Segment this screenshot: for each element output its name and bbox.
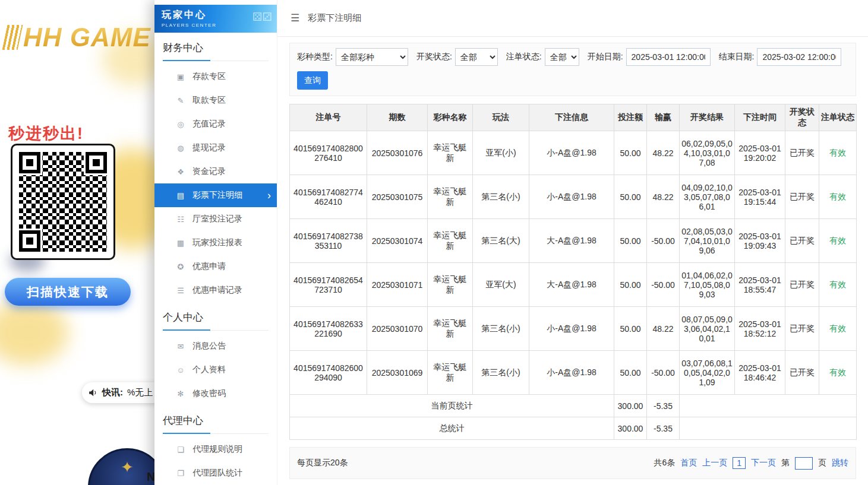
withdraw-record-icon: ◍: [176, 144, 185, 153]
filter-panel: 彩种类型: 全部彩种 开奖状态: 全部 注单状态:: [289, 43, 856, 96]
cell-bet-amount: 50.00: [614, 175, 647, 219]
download-qr-code: [11, 144, 115, 260]
cell-period: 20250301075: [367, 175, 428, 219]
sidebar-item-label: 消息公告: [192, 341, 226, 351]
current-page[interactable]: 1: [733, 457, 746, 469]
header-draw-result: 开奖结果: [680, 104, 735, 131]
page-summary-row: 当前页统计 300.00 -5.35: [290, 395, 857, 417]
sidebar-item[interactable]: ✻ 修改密码 ›: [154, 382, 277, 405]
cell-period: 20250301069: [367, 351, 428, 395]
bet-row: 401569174082633221690 20250301070 幸运飞艇新 …: [290, 307, 857, 351]
cell-bet-amount: 50.00: [614, 219, 647, 263]
chevron-right-icon: ›: [267, 190, 271, 201]
sidebar-items-agent: ❏ 代理规则说明 › ❐ 代理团队统计 ›: [154, 438, 277, 485]
cell-bet-info: 小-A盘@1.98: [529, 175, 614, 219]
announcement-icon: ✉: [176, 342, 185, 351]
next-page-link[interactable]: 下一页: [751, 458, 776, 468]
sidebar-item[interactable]: ▣ 存款专区 ›: [154, 65, 277, 88]
first-page-link[interactable]: 首页: [680, 458, 697, 468]
sidebar-item[interactable]: ❖ 资金记录 ›: [154, 160, 277, 183]
promo-apply-icon: ✪: [176, 262, 185, 271]
filter-bet-status: 注单状态: 全部: [506, 48, 579, 66]
start-date-input[interactable]: [626, 48, 711, 66]
cell-bet-time: 2025-03-01 18:55:47: [735, 263, 785, 307]
total-count: 共6条: [654, 458, 675, 468]
content: 彩种类型: 全部彩种 开奖状态: 全部 注单状态:: [277, 37, 868, 479]
cell-bet-info: 大-A盘@1.98: [529, 219, 614, 263]
cell-bet-time: 2025-03-01 19:20:02: [735, 131, 785, 175]
bet-row: 401569174082800276410 20250301076 幸运飞艇新 …: [290, 131, 857, 175]
page-summary-winloss-total: -5.35: [647, 395, 680, 417]
jump-button[interactable]: 跳转: [832, 458, 848, 468]
section-title-agent: 代理中心: [163, 414, 269, 434]
promo-headline: 秒进秒出!: [8, 123, 84, 144]
menu-icon[interactable]: ☰: [291, 12, 299, 24]
sidebar-item[interactable]: ☰ 优惠申请记录 ›: [154, 278, 277, 302]
sidebar-item-label: 存款专区: [192, 71, 226, 82]
sidebar-item-label: 优惠申请记录: [192, 285, 242, 296]
search-button[interactable]: 查询: [297, 71, 328, 90]
end-date-label: 结束日期:: [719, 52, 755, 62]
scan-download-button[interactable]: 扫描快速下载: [5, 278, 131, 306]
header-period: 期数: [367, 104, 428, 131]
cell-draw-result: 02,08,05,03,07,04,10,01,09,06: [680, 219, 735, 263]
sidebar-item-label: 充值记录: [192, 119, 226, 129]
sidebar-item[interactable]: ▦ 玩家投注报表 ›: [154, 231, 277, 255]
player-report-icon: ▦: [176, 239, 185, 248]
sidebar-item[interactable]: ❐ 代理团队统计 ›: [154, 461, 277, 485]
sidebar-item[interactable]: ✎ 取款专区 ›: [154, 88, 277, 112]
sidebar-item[interactable]: ☺ 个人资料 ›: [154, 358, 277, 382]
header-bet-amount: 投注额: [614, 104, 647, 131]
cell-lottery-name: 幸运飞艇新: [428, 131, 473, 175]
cell-bet-time: 2025-03-01 19:15:44: [735, 175, 785, 219]
sidebar-items-personal: ✉ 消息公告 › ☺ 个人资料 › ✻ 修改密码: [154, 334, 277, 405]
sidebar-item[interactable]: ◍ 提现记录 ›: [154, 136, 277, 160]
cell-bet-time: 2025-03-01 19:09:43: [735, 219, 785, 263]
prev-page-link[interactable]: 上一页: [702, 458, 727, 468]
lottery-type-select[interactable]: 全部彩种: [336, 48, 408, 66]
cell-win-loss: 48.22: [647, 307, 680, 351]
sidebar-item[interactable]: ✪ 优惠申请 ›: [154, 255, 277, 278]
sidebar-item[interactable]: ✉ 消息公告 ›: [154, 334, 277, 358]
qr-finder-icon: [19, 152, 40, 173]
sidebar-item[interactable]: ▤ 彩票下注明细 ›: [154, 183, 277, 207]
sidebar-items-finance: ▣ 存款专区 › ✎ 取款专区 › ◎ 充值记录: [154, 65, 277, 302]
cell-win-loss: -50.00: [647, 263, 680, 307]
cell-bet-status: 有效: [819, 131, 857, 175]
cell-draw-status: 已开奖: [785, 131, 819, 175]
screen: HH GAME 秒进秒出! 扫描快速下载 快讯: %无上 ✦ N: [0, 0, 868, 485]
sidebar-item[interactable]: ☷ 厅室投注记录 ›: [154, 207, 277, 231]
draw-status-select[interactable]: 全部: [455, 48, 498, 66]
jump-page-input[interactable]: [795, 457, 813, 470]
header-bet-time: 下注时间: [735, 104, 785, 131]
profile-icon: ☺: [176, 366, 185, 375]
sidebar-item[interactable]: ◎ 充值记录 ›: [154, 112, 277, 136]
cell-bet-number: 401569174082654723710: [290, 263, 367, 307]
cell-draw-status: 已开奖: [785, 219, 819, 263]
sidebar-item-label: 资金记录: [192, 166, 226, 177]
section-title-finance: 财务中心: [163, 41, 269, 61]
cell-period: 20250301070: [367, 307, 428, 351]
funds-record-icon: ❖: [176, 167, 185, 176]
withdraw-icon: ✎: [176, 96, 185, 105]
promo-record-icon: ☰: [176, 286, 185, 295]
sidebar-item-label: 玩家投注报表: [192, 237, 242, 248]
total-summary-label: 总统计: [290, 417, 614, 440]
cell-draw-status: 已开奖: [785, 307, 819, 351]
jump-page-suffix: 页: [818, 458, 826, 468]
jump-page-prefix: 第: [781, 458, 790, 468]
sidebar-item[interactable]: ❏ 代理规则说明 ›: [154, 438, 277, 461]
end-date-input[interactable]: [757, 48, 841, 66]
sidebar-item-label: 优惠申请: [192, 261, 226, 272]
bet-status-select[interactable]: 全部: [545, 48, 579, 66]
sidebar-section-agent: 代理中心 ❏ 代理规则说明 › ❐ 代理团队统计 ›: [154, 414, 277, 485]
lottery-bets-icon: ▤: [176, 191, 185, 200]
cell-bet-number: 401569174082633221690: [290, 307, 367, 351]
hall-bets-icon: ☷: [176, 215, 185, 224]
sidebar-item-label: 代理团队统计: [192, 468, 242, 478]
agent-rules-icon: ❏: [176, 445, 185, 454]
cell-bet-info: 大-A盘@1.98: [529, 263, 614, 307]
agent-team-icon: ❐: [176, 469, 185, 478]
cell-win-loss: -50.00: [647, 351, 680, 395]
lottery-type-label: 彩种类型:: [297, 52, 333, 62]
